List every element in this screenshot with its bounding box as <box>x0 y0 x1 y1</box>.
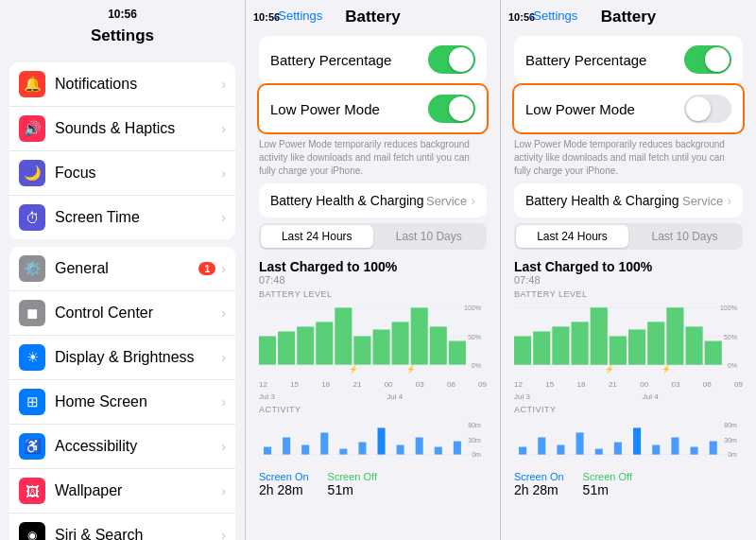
right-health-label: Battery Health & Charging <box>525 193 682 208</box>
service-label: Service <box>426 194 467 208</box>
right-screen-off-value: 51m <box>583 482 632 497</box>
svg-rect-40 <box>514 336 531 364</box>
right-screen-off-stat: Screen Off 51m <box>583 471 632 497</box>
sidebar-item-sounds[interactable]: 🔊 Sounds & Haptics › <box>9 107 235 151</box>
battery-percentage-toggle[interactable] <box>428 45 475 74</box>
settings-title: Settings <box>15 23 230 49</box>
svg-text:100%: 100% <box>720 305 738 311</box>
siri-icon: ◉ <box>19 522 45 540</box>
sidebar-item-screen-time[interactable]: ⏱ Screen Time › <box>9 196 235 239</box>
svg-rect-13 <box>392 322 409 364</box>
settings-time: 10:56 <box>15 8 230 21</box>
sidebar-item-focus[interactable]: 🌙 Focus › <box>9 151 235 196</box>
right-tab-last-10[interactable]: Last 10 Days <box>628 225 741 248</box>
right-panel-header: 10:56 ‹ Settings Battery <box>501 0 756 30</box>
chevron-icon: › <box>221 261 226 276</box>
right-low-power-highlighted: Low Power Mode <box>512 83 745 134</box>
settings-panel: 10:56 Settings 🔔 Notifications › 🔊 Sound… <box>0 0 246 540</box>
svg-rect-12 <box>373 329 390 364</box>
middle-back[interactable]: ‹ Settings <box>274 9 322 23</box>
sidebar-item-accessibility[interactable]: ♿ Accessibility › <box>9 425 235 469</box>
right-activity-chart: 80m 30m 0m <box>514 416 743 463</box>
svg-rect-63 <box>633 427 641 454</box>
svg-rect-41 <box>533 331 550 364</box>
low-power-highlighted: Low Power Mode <box>257 83 489 134</box>
svg-rect-66 <box>691 447 698 455</box>
sidebar-item-notifications[interactable]: 🔔 Notifications › <box>9 62 235 107</box>
tab-last-24[interactable]: Last 24 Hours <box>261 225 373 248</box>
notifications-icon: 🔔 <box>19 71 45 97</box>
svg-rect-47 <box>647 322 664 364</box>
charged-time: 07:48 <box>259 274 487 286</box>
right-service-label: Service <box>682 194 723 208</box>
sidebar-item-display[interactable]: ☀ Display & Brightness › <box>9 336 235 380</box>
chevron-icon: › <box>221 121 226 136</box>
middle-panel-header: 10:56 ‹ Settings Battery <box>246 0 500 30</box>
tab-last-10[interactable]: Last 10 Days <box>373 225 486 248</box>
chevron-icon: › <box>221 305 226 321</box>
battery-level-label: BATTERY LEVEL <box>259 289 487 299</box>
right-back[interactable]: ‹ Settings <box>529 9 577 23</box>
chevron-icon: › <box>221 350 226 365</box>
sounds-icon: 🔊 <box>19 115 45 142</box>
screen-time-label: Screen Time <box>55 209 221 226</box>
svg-rect-27 <box>339 449 347 455</box>
svg-text:0m: 0m <box>472 451 481 458</box>
sidebar-item-wallpaper[interactable]: 🖼 Wallpaper › <box>9 469 235 514</box>
chart-x-labels: 1215182100030609 <box>259 380 487 391</box>
low-power-toggle[interactable] <box>428 95 475 123</box>
right-battery-percentage-toggle[interactable] <box>684 45 731 74</box>
right-battery-chart-section: BATTERY LEVEL 100% 50% 0% ⚡ <box>501 287 756 403</box>
svg-rect-30 <box>397 445 404 455</box>
sidebar-item-control-center[interactable]: ◼ Control Center › <box>9 291 235 336</box>
sidebar-item-general[interactable]: ⚙️ General 1 › <box>9 247 235 291</box>
right-low-power-toggle[interactable] <box>684 95 731 123</box>
svg-rect-45 <box>610 336 627 364</box>
screen-stats: Screen On 2h 28m Screen Off 51m <box>246 467 500 497</box>
right-low-power-label: Low Power Mode <box>525 101 684 117</box>
chevron-icon: › <box>221 165 226 181</box>
right-health-row-container: Battery Health & Charging Service › <box>514 183 743 218</box>
svg-rect-9 <box>316 322 333 364</box>
health-row-container: Battery Health & Charging Service › <box>259 183 487 218</box>
health-row[interactable]: Battery Health & Charging Service › <box>259 183 487 218</box>
right-panel-title: Battery <box>601 8 657 26</box>
screen-off-value: 51m <box>328 482 377 497</box>
focus-label: Focus <box>55 165 221 182</box>
battery-panel-right: 10:56 ‹ Settings Battery Battery Percent… <box>501 0 756 540</box>
svg-rect-11 <box>353 336 370 364</box>
svg-rect-7 <box>278 331 295 364</box>
svg-text:80m: 80m <box>468 422 481 428</box>
battery-panel-middle: 10:56 ‹ Settings Battery Battery Percent… <box>246 0 501 540</box>
chevron-icon: › <box>221 210 226 225</box>
svg-rect-57 <box>519 447 526 455</box>
low-power-row: Low Power Mode <box>259 85 487 132</box>
svg-rect-24 <box>283 437 290 454</box>
right-tab-last-24[interactable]: Last 24 Hours <box>516 225 628 248</box>
accessibility-icon: ♿ <box>19 433 45 460</box>
control-center-label: Control Center <box>55 305 221 322</box>
svg-rect-61 <box>595 449 603 455</box>
svg-rect-29 <box>378 427 386 454</box>
health-chevron-icon: › <box>471 193 475 208</box>
svg-text:0%: 0% <box>472 362 481 369</box>
svg-rect-49 <box>686 326 703 364</box>
sidebar-item-siri[interactable]: ◉ Siri & Search › <box>9 514 235 540</box>
right-health-chevron-icon: › <box>727 193 731 208</box>
svg-text:30m: 30m <box>724 437 737 444</box>
activity-label: ACTIVITY <box>259 405 487 414</box>
right-health-row[interactable]: Battery Health & Charging Service › <box>514 183 743 218</box>
right-battery-level-chart: 100% 50% 0% ⚡ ⚡ <box>514 301 743 376</box>
screen-on-stat: Screen On 2h 28m <box>259 471 309 497</box>
svg-rect-23 <box>264 447 271 455</box>
low-power-label: Low Power Mode <box>270 101 428 117</box>
right-low-power-desc: Low Power Mode temporarily reduces backg… <box>501 134 756 183</box>
right-screen-on-label: Screen On <box>514 471 564 482</box>
svg-rect-25 <box>301 445 309 455</box>
wallpaper-icon: 🖼 <box>19 478 45 504</box>
right-battery-percentage-row: Battery Percentage <box>514 36 743 83</box>
chevron-icon: › <box>221 394 226 409</box>
screen-off-label: Screen Off <box>328 471 377 482</box>
right-charged-section: Last Charged to 100% 07:48 <box>501 255 756 287</box>
sidebar-item-home-screen[interactable]: ⊞ Home Screen › <box>9 380 235 425</box>
